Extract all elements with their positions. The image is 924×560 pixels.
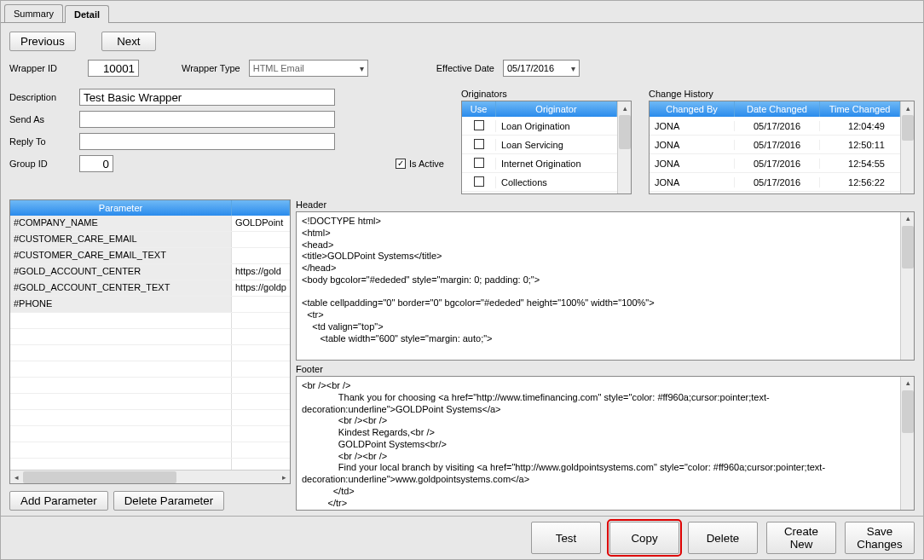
copy-button[interactable]: Copy (609, 522, 679, 554)
change-history-label: Change History (649, 89, 915, 99)
wrapper-id-label: Wrapper ID (9, 63, 79, 73)
send-as-label: Send As (9, 114, 79, 124)
scroll-left-icon[interactable]: ◂ (10, 471, 22, 483)
col-time-changed[interactable]: Time Changed (820, 101, 900, 117)
parameter-row[interactable] (10, 410, 290, 426)
description-label: Description (9, 92, 79, 102)
col-parameter[interactable]: Parameter (10, 200, 232, 216)
reply-to-label: Reply To (9, 136, 79, 147)
previous-button[interactable]: Previous (9, 32, 76, 51)
parameter-row[interactable]: #CUSTOMER_CARE_EMAIL (10, 232, 290, 248)
test-button[interactable]: Test (531, 522, 601, 554)
create-new-button[interactable]: Create New (766, 522, 836, 554)
originator-row[interactable]: Collections (462, 173, 631, 192)
is-active-label: Is Active (409, 159, 444, 169)
tab-detail[interactable]: Detail (65, 5, 109, 23)
checkbox-icon[interactable] (474, 139, 484, 149)
originator-row[interactable]: Loan Origination (462, 117, 631, 136)
scrollbar[interactable]: ▴ (617, 101, 631, 193)
tab-summary[interactable]: Summary (4, 4, 63, 22)
wrapper-id-input[interactable] (88, 60, 139, 77)
group-id-input[interactable] (79, 155, 113, 172)
checkbox-icon[interactable] (474, 176, 484, 187)
effective-date-select[interactable]: 05/17/2016 ▾ (503, 60, 580, 77)
history-row[interactable]: JONA05/17/201612:50:11 (650, 136, 914, 154)
change-history-list[interactable]: JONA05/17/201612:04:49JONA05/17/201612:5… (650, 117, 914, 192)
save-changes-button[interactable]: Save Changes (845, 522, 915, 554)
next-button[interactable]: Next (101, 32, 156, 51)
chevron-down-icon: ▾ (360, 64, 364, 73)
group-id-label: Group ID (9, 159, 79, 169)
originator-row[interactable]: Loan Servicing (462, 136, 631, 154)
parameter-row[interactable] (10, 394, 290, 410)
parameter-row[interactable]: #GOLD_ACCOUNT_CENTER_TEXThttps://goldp (10, 280, 290, 297)
history-row[interactable]: JONA05/17/201612:54:55 (650, 154, 914, 173)
col-originator[interactable]: Originator (496, 101, 617, 117)
checkbox-icon[interactable] (474, 158, 484, 168)
parameter-row[interactable] (10, 378, 290, 394)
add-parameter-button[interactable]: Add Parameter (9, 491, 108, 511)
originators-list[interactable]: Loan OriginationLoan ServicingInternet O… (462, 117, 631, 192)
footer-label: Footer (296, 364, 915, 374)
wrapper-type-select[interactable]: HTML Email ▾ (249, 60, 368, 77)
parameter-row[interactable]: #CUSTOMER_CARE_EMAIL_TEXT (10, 248, 290, 264)
parameter-row[interactable]: #GOLD_ACCOUNT_CENTERhttps://gold (10, 264, 290, 280)
originators-label: Originators (461, 89, 632, 99)
reply-to-input[interactable] (79, 133, 335, 150)
parameter-grid[interactable]: Parameter #COMPANY_NAMEGOLDPoint#CUSTOME… (9, 199, 291, 484)
tabs: Summary Detail (4, 4, 923, 22)
parameter-row[interactable]: #COMPANY_NAMEGOLDPoint (10, 216, 290, 232)
history-row[interactable]: JONA05/17/201612:04:49 (650, 117, 914, 136)
scrollbar[interactable]: ▴ (900, 101, 914, 193)
delete-button[interactable]: Delete (688, 522, 758, 554)
parameter-row[interactable] (10, 329, 290, 345)
description-input[interactable] (79, 89, 335, 106)
checkbox-icon[interactable] (474, 120, 484, 130)
send-as-input[interactable] (79, 111, 335, 128)
parameter-row[interactable] (10, 361, 290, 378)
wrapper-type-label: Wrapper Type (182, 63, 240, 73)
parameter-row[interactable] (10, 442, 290, 459)
col-date-changed[interactable]: Date Changed (735, 101, 820, 117)
header-label: Header (296, 199, 915, 210)
parameter-row[interactable] (10, 345, 290, 361)
parameter-row[interactable] (10, 426, 290, 442)
is-active-checkbox[interactable]: ✓ (396, 159, 406, 169)
header-textarea[interactable]: <!DOCTYPE html> <html> <head> <title>GOL… (296, 211, 915, 361)
history-row[interactable]: JONA05/17/201612:56:22 (650, 173, 914, 192)
parameter-row[interactable] (10, 313, 290, 329)
delete-parameter-button[interactable]: Delete Parameter (113, 491, 224, 511)
col-changed-by[interactable]: Changed By (650, 101, 735, 117)
scrollbar[interactable]: ▴ (900, 377, 914, 510)
scrollbar[interactable]: ▴ (900, 212, 914, 360)
footer-toolbar: Test Copy Delete Create New Save Changes (1, 516, 923, 559)
footer-textarea[interactable]: <br /><br /> Thank you for choosing <a h… (296, 376, 915, 511)
effective-date-label: Effective Date (436, 63, 494, 73)
originator-row[interactable]: Internet Origination (462, 154, 631, 173)
col-use[interactable]: Use (462, 101, 496, 117)
parameter-row[interactable]: #PHONE (10, 297, 290, 313)
scroll-right-icon[interactable]: ▸ (278, 471, 290, 483)
chevron-down-icon: ▾ (571, 64, 575, 73)
